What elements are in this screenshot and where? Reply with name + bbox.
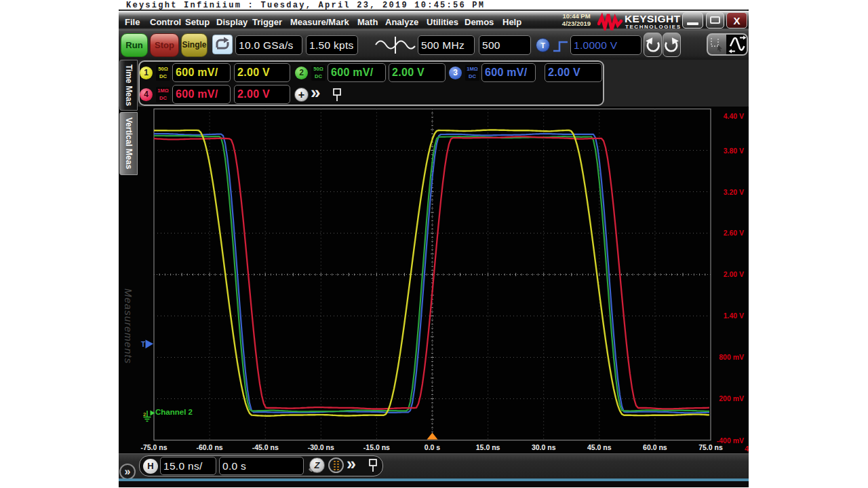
svg-text:-45.0 ns: -45.0 ns bbox=[252, 443, 279, 451]
svg-text:2.60 V: 2.60 V bbox=[724, 229, 744, 237]
svg-text:-75.0 ns: -75.0 ns bbox=[140, 443, 167, 451]
svg-text:T: T bbox=[141, 341, 145, 348]
svg-text:1.40 V: 1.40 V bbox=[724, 312, 744, 320]
svg-text:3.80 V: 3.80 V bbox=[724, 147, 744, 155]
svg-text:-60.0 ns: -60.0 ns bbox=[197, 443, 223, 451]
svg-text:60.0 ns: 60.0 ns bbox=[643, 443, 667, 451]
svg-text:45.0 ns: 45.0 ns bbox=[587, 443, 612, 451]
svg-text:-400 mV: -400 mV bbox=[717, 436, 744, 445]
svg-text:75.0 ns: 75.0 ns bbox=[698, 443, 723, 451]
svg-text:Channel 2: Channel 2 bbox=[155, 408, 193, 416]
svg-text:2.00 V: 2.00 V bbox=[724, 270, 744, 278]
svg-text:4: 4 bbox=[745, 445, 749, 453]
svg-text:30.0 ns: 30.0 ns bbox=[532, 443, 556, 451]
svg-text:-30.0 ns: -30.0 ns bbox=[308, 443, 334, 451]
svg-text:15.0 ns: 15.0 ns bbox=[476, 443, 500, 451]
svg-text:800 mV: 800 mV bbox=[719, 353, 744, 361]
svg-text:-15.0 ns: -15.0 ns bbox=[363, 443, 390, 451]
svg-text:0.0 s: 0.0 s bbox=[425, 443, 441, 451]
svg-text:200 mV: 200 mV bbox=[719, 394, 744, 402]
svg-text:4.40 V: 4.40 V bbox=[724, 112, 744, 120]
svg-text:2: 2 bbox=[143, 411, 146, 417]
svg-text:3.20 V: 3.20 V bbox=[724, 188, 744, 196]
